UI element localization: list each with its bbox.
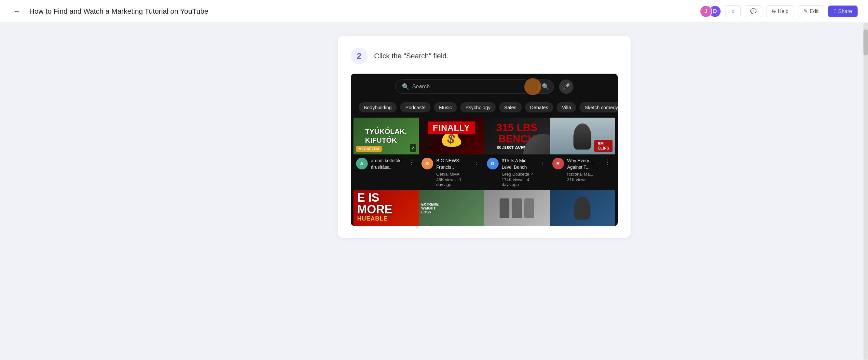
video-item-6[interactable]: EXTREMEWEIGHTLOSS xyxy=(419,190,484,226)
search-icon: 🔍 xyxy=(402,83,409,90)
chip-villa[interactable]: Villa xyxy=(557,102,576,112)
video-menu-2[interactable]: ⋮ xyxy=(472,158,482,187)
thumb5-sub: HUEABLE xyxy=(358,215,415,222)
yt-search-button[interactable]: 🔍 xyxy=(537,80,554,94)
video-title-2: BIG NEWS: Francis Ngannou And Jon Jones … xyxy=(436,158,469,170)
chip-music[interactable]: Music xyxy=(434,102,457,112)
video-item-4[interactable]: RMCLIPS R Why Every... Against T... Rati… xyxy=(550,118,615,190)
thumb8-person xyxy=(574,197,590,220)
video-menu-3[interactable]: ⋮ xyxy=(537,158,547,187)
video-info-3: G 315 Is A Mid Level Bench Greg Doucette… xyxy=(484,155,550,190)
thumb1-badge: MEGNÉZEM xyxy=(356,146,382,152)
chip-debates[interactable]: Debates xyxy=(525,102,554,112)
help-button[interactable]: ⊕ Help xyxy=(766,5,794,17)
yt-mic-button[interactable]: 🎤 xyxy=(559,80,574,94)
avatar-group: J D xyxy=(700,5,721,18)
video-details-1: aromfi keltetők árusítása. xyxy=(371,158,403,170)
thumbnail-content-3: 315 LBSBENCH IS JUST AVERAGE xyxy=(484,118,550,155)
avatar-j: J xyxy=(700,5,712,18)
thumbnail-content-1: TYÚKÓLAK,KIFUTÓK MEGNÉZEM ⤢ xyxy=(353,118,419,155)
thumb1-text: TYÚKÓLAK,KIFUTÓK xyxy=(365,128,407,145)
channel-name-3: Greg Doucette ✓ xyxy=(502,172,534,176)
channel-name-4: Rational Ma... xyxy=(567,172,599,176)
video-item-1[interactable]: TYÚKÓLAK,KIFUTÓK MEGNÉZEM ⤢ A aromfi kel… xyxy=(353,118,419,190)
figure1 xyxy=(500,198,509,218)
chip-bodybuilding[interactable]: Bodybuilding xyxy=(359,102,397,112)
verified-badge-3: ✓ xyxy=(530,172,534,176)
video-item-8[interactable] xyxy=(550,190,615,226)
video-details-2: BIG NEWS: Francis Ngannou And Jon Jones … xyxy=(436,158,469,187)
step-card: 2 Click the "Search" field. 🔍 Search 🔍 xyxy=(338,36,631,238)
thumb6-text: EXTREMEWEIGHTLOSS xyxy=(422,202,482,214)
figure3 xyxy=(524,198,534,218)
video-item-2[interactable]: FINALLY 💰 G BIG NEWS: Francis Ngannou An… xyxy=(419,118,484,190)
yt-search-bar: 🔍 Search 🔍 🎤 xyxy=(351,74,618,100)
scrollbar-thumb[interactable] xyxy=(863,29,868,55)
left-space xyxy=(0,23,107,360)
step-text: Click the "Search" field. xyxy=(374,52,448,60)
thumbnail-6: EXTREMEWEIGHTLOSS xyxy=(419,190,484,226)
thumbnail-7 xyxy=(484,190,550,226)
thumb4-person xyxy=(574,123,591,149)
video-info-1: A aromfi keltetők árusítása. ⋮ xyxy=(353,155,419,174)
yt-chips: Bodybuilding Podcasts Music Psychology S… xyxy=(351,100,618,118)
center-panel: 2 Click the "Search" field. 🔍 Search 🔍 xyxy=(107,23,861,360)
step-number: 2 xyxy=(351,48,368,64)
thumb5-texts: E IS MORE HUEABLE xyxy=(358,192,415,222)
help-icon: ⊕ xyxy=(772,8,776,14)
comment-icon: 💬 xyxy=(750,8,757,14)
chip-podcasts[interactable]: Podcasts xyxy=(400,102,431,112)
comment-button[interactable]: 💬 xyxy=(745,5,762,17)
video-item-5[interactable]: E IS MORE HUEABLE xyxy=(353,190,419,226)
star-icon: ☆ xyxy=(731,8,735,14)
mic-icon: 🎤 xyxy=(563,83,570,90)
edit-icon: ✎ xyxy=(804,8,808,14)
video-info-4: R Why Every... Against T... Rational Ma.… xyxy=(550,155,615,185)
video-details-3: 315 Is A Mid Level Bench Greg Doucette ✓… xyxy=(502,158,534,187)
back-icon: ← xyxy=(13,7,21,16)
nav-actions: J D ☆ 💬 ⊕ Help ✎ Edit ⤴ Share xyxy=(700,5,858,18)
share-icon: ⤴ xyxy=(834,8,836,14)
video-menu-1[interactable]: ⋮ xyxy=(406,158,416,170)
yt-video-grid-row1: TYÚKÓLAK,KIFUTÓK MEGNÉZEM ⤢ A aromfi kel… xyxy=(351,118,618,190)
video-title-1: aromfi keltetők árusítása. xyxy=(371,158,403,170)
chip-psychology[interactable]: Psychology xyxy=(460,102,496,112)
back-button[interactable]: ← xyxy=(10,5,24,18)
video-menu-4[interactable]: ⋮ xyxy=(603,158,613,182)
thumbnail-content-2: FINALLY 💰 xyxy=(419,118,484,155)
main-content: 2 Click the "Search" field. 🔍 Search 🔍 xyxy=(0,23,868,360)
search-submit-icon: 🔍 xyxy=(542,83,549,90)
page-title: How to Find and Watch a Marketing Tutori… xyxy=(29,7,700,16)
youtube-screenshot: 🔍 Search 🔍 🎤 Bodybuilding Podcasts xyxy=(351,74,618,226)
video-item-7[interactable] xyxy=(484,190,550,226)
edit-button[interactable]: ✎ Edit xyxy=(798,5,825,17)
channel-avatar-3: G xyxy=(487,158,499,169)
video-item-3[interactable]: 315 LBSBENCH IS JUST AVERAGE G 315 Is A … xyxy=(484,118,550,190)
search-placeholder[interactable]: Search xyxy=(412,83,430,90)
step-header: 2 Click the "Search" field. xyxy=(351,48,618,64)
thumbnail-content-6: EXTREMEWEIGHTLOSS xyxy=(419,190,484,226)
thumbnail-4: RMCLIPS xyxy=(550,118,615,155)
right-scrollbar-area xyxy=(861,23,868,360)
thumb2-finally: FINALLY xyxy=(428,121,475,134)
scrollbar-track xyxy=(863,23,868,360)
thumbnail-5: E IS MORE HUEABLE xyxy=(353,190,419,226)
figure2 xyxy=(512,198,522,218)
thumbnail-content-4: RMCLIPS xyxy=(550,118,615,155)
thumb1-ext-icon: ⤢ xyxy=(410,144,416,152)
thumbnail-2: FINALLY 💰 xyxy=(419,118,484,155)
chip-sketch-comedy[interactable]: Sketch comedy xyxy=(579,102,617,112)
chip-sales[interactable]: Sales xyxy=(499,102,522,112)
top-nav: ← How to Find and Watch a Marketing Tuto… xyxy=(0,0,868,23)
share-button[interactable]: ⤴ Share xyxy=(828,5,858,17)
thumbnail-3: 315 LBSBENCH IS JUST AVERAGE xyxy=(484,118,550,155)
video-meta-3: 174K views · 4 days ago xyxy=(502,177,534,187)
video-info-2: G BIG NEWS: Francis Ngannou And Jon Jone… xyxy=(419,155,484,190)
channel-avatar-4: R xyxy=(552,158,564,169)
thumb5-main: E IS MORE xyxy=(358,192,415,215)
thumbnail-1: TYÚKÓLAK,KIFUTÓK MEGNÉZEM ⤢ xyxy=(353,118,419,155)
channel-avatar-2: G xyxy=(422,158,433,169)
star-button[interactable]: ☆ xyxy=(725,5,741,17)
video-details-4: Why Every... Against T... Rational Ma...… xyxy=(567,158,599,182)
thumbnail-content-5: E IS MORE HUEABLE xyxy=(353,190,419,226)
